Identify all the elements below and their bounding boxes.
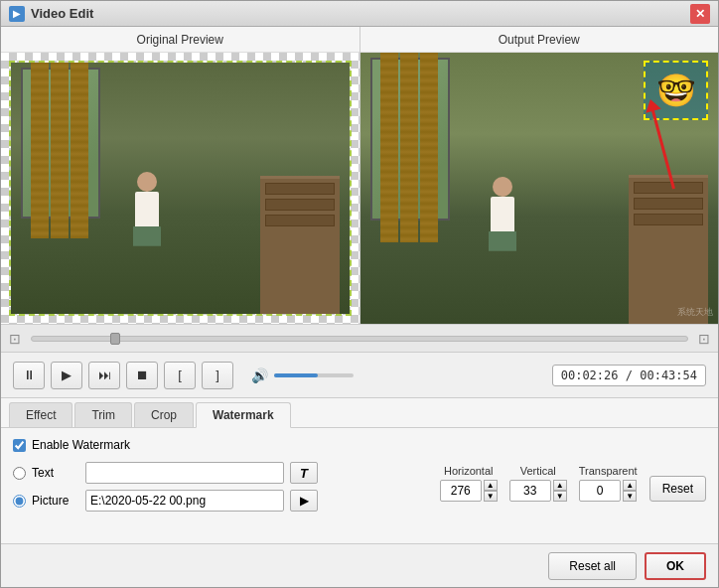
- picture-radio-label[interactable]: Picture: [32, 494, 79, 508]
- horizontal-input[interactable]: [440, 480, 482, 502]
- time-total: 00:43:54: [640, 368, 697, 382]
- enable-watermark-checkbox[interactable]: [13, 439, 26, 452]
- horizontal-down[interactable]: ▼: [484, 491, 498, 502]
- enable-watermark-label[interactable]: Enable Watermark: [32, 438, 130, 452]
- output-curtain-right: [400, 53, 418, 242]
- original-preview-label: Original Preview: [137, 33, 223, 47]
- output-canvas: 🤓 系统天地: [360, 53, 719, 324]
- picture-row: Picture ▶: [13, 490, 432, 512]
- reset-all-button[interactable]: Reset all: [548, 552, 637, 580]
- tab-crop-label: Crop: [151, 408, 177, 422]
- picture-path-input[interactable]: [85, 490, 284, 512]
- watermark-inputs-row: Text T Picture ▶ Horizontal: [13, 462, 706, 512]
- picture-radio[interactable]: [13, 495, 26, 508]
- character-output: [486, 177, 520, 256]
- transparent-control: Transparent ▲ ▼: [579, 465, 638, 502]
- play-button[interactable]: ▶: [51, 362, 82, 389]
- stop-button[interactable]: ⏹: [126, 362, 158, 389]
- font-button[interactable]: T: [290, 462, 318, 484]
- step-button[interactable]: ⏭: [88, 362, 120, 389]
- tab-effect-label: Effect: [26, 408, 56, 422]
- dresser: [260, 176, 340, 314]
- output-dresser-drawer-1: [634, 182, 703, 194]
- volume-slider[interactable]: [274, 373, 354, 377]
- vertical-input-group: ▲ ▼: [509, 480, 567, 502]
- volume-filled: [274, 373, 318, 377]
- watermark-indicator: 系统天地: [677, 306, 713, 319]
- character-original: [129, 172, 164, 251]
- transparent-down[interactable]: ▼: [623, 491, 637, 502]
- dresser-drawer-3: [265, 215, 335, 226]
- original-preview-header: Original Preview: [1, 27, 360, 53]
- transparent-up[interactable]: ▲: [623, 480, 637, 491]
- timeline-track[interactable]: [31, 336, 688, 342]
- original-video-frame: [9, 61, 352, 316]
- output-dresser: [629, 175, 708, 324]
- reset-button[interactable]: Reset: [649, 476, 706, 502]
- bottom-bar: Reset all OK: [1, 543, 718, 587]
- tab-trim[interactable]: Trim: [74, 402, 132, 427]
- time-display: 00:02:26 / 00:43:54: [552, 365, 706, 386]
- time-current: 00:02:26: [561, 368, 619, 382]
- output-dresser-drawer-2: [634, 198, 703, 210]
- tab-effect[interactable]: Effect: [9, 402, 72, 427]
- output-curtain-right2: [420, 53, 438, 242]
- video-edit-window: ▶ Video Edit ✕ Original Preview: [0, 0, 719, 588]
- watermark-icon: 🤓: [656, 72, 696, 109]
- vertical-input[interactable]: [509, 480, 551, 502]
- output-preview-content: 🤓 系统天地: [360, 53, 719, 324]
- folder-button[interactable]: ▶: [290, 490, 318, 512]
- timeline-left-icon[interactable]: ⊡: [9, 331, 21, 347]
- curtain-right: [51, 63, 69, 238]
- window-title: Video Edit: [31, 6, 93, 21]
- vertical-down[interactable]: ▼: [553, 491, 567, 502]
- tab-watermark-label: Watermark: [213, 408, 274, 422]
- app-icon: ▶: [9, 6, 25, 22]
- tab-trim-label: Trim: [91, 408, 115, 422]
- dresser-drawer-2: [265, 199, 335, 211]
- text-radio-label[interactable]: Text: [32, 466, 79, 480]
- transparent-input-group: ▲ ▼: [579, 480, 637, 502]
- volume-icon: 🔊: [251, 368, 268, 383]
- timeline-thumb[interactable]: [110, 333, 120, 345]
- tabs-area: Effect Trim Crop Watermark: [1, 398, 718, 428]
- settings-panel: Enable Watermark Text T Picture ▶: [1, 428, 718, 543]
- transparent-spinners: ▲ ▼: [623, 480, 637, 502]
- output-curtain-left: [380, 53, 398, 242]
- vertical-control: Vertical ▲ ▼: [509, 465, 567, 502]
- vertical-label: Vertical: [520, 465, 556, 477]
- pause-button[interactable]: ⏸: [13, 362, 45, 389]
- tab-crop[interactable]: Crop: [134, 402, 194, 427]
- vertical-spinners: ▲ ▼: [553, 480, 567, 502]
- vertical-up[interactable]: ▲: [553, 480, 567, 491]
- text-row: Text T: [13, 462, 432, 484]
- output-preview-header: Output Preview: [360, 27, 719, 53]
- curtain-left: [31, 63, 49, 238]
- mark-in-button[interactable]: [: [164, 362, 196, 389]
- output-dresser-drawer-3: [634, 214, 703, 225]
- mark-out-button[interactable]: ]: [202, 362, 233, 389]
- time-separator: /: [619, 368, 641, 382]
- horizontal-spinners: ▲ ▼: [484, 480, 498, 502]
- position-section: Horizontal ▲ ▼ Vertical: [440, 462, 706, 502]
- title-bar: ▶ Video Edit ✕: [1, 1, 718, 27]
- horizontal-control: Horizontal ▲ ▼: [440, 465, 498, 502]
- char-head: [137, 172, 157, 192]
- original-preview-panel: Original Preview: [1, 27, 360, 324]
- ok-button[interactable]: OK: [645, 552, 706, 580]
- dresser-drawer-1: [265, 183, 335, 195]
- timeline-right-icon[interactable]: ⊡: [698, 331, 710, 347]
- horizontal-label: Horizontal: [444, 465, 494, 477]
- controls-area: ⏸ ▶ ⏭ ⏹ [ ] 🔊 00:02:26 / 00:43:54: [1, 353, 718, 398]
- output-char-head: [493, 177, 512, 197]
- transparent-input[interactable]: [579, 480, 621, 502]
- output-preview-label: Output Preview: [499, 33, 580, 47]
- output-char-body: [491, 197, 514, 231]
- tab-watermark[interactable]: Watermark: [196, 402, 291, 428]
- text-input[interactable]: [85, 462, 284, 484]
- text-radio[interactable]: [13, 467, 26, 480]
- horizontal-up[interactable]: ▲: [484, 480, 498, 491]
- enable-watermark-row: Enable Watermark: [13, 438, 706, 452]
- curtain-right2: [71, 63, 88, 238]
- close-button[interactable]: ✕: [690, 4, 710, 24]
